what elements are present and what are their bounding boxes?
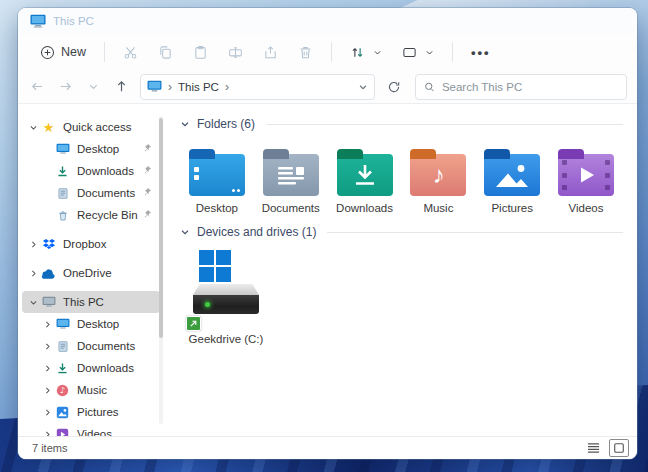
sidebar-scrollbar-thumb[interactable] (159, 118, 163, 338)
star-icon: ★ (40, 120, 57, 135)
folders-section-header[interactable]: Folders (6) (180, 114, 623, 134)
large-icons-view-button[interactable] (609, 439, 629, 457)
documents-folder-icon (263, 154, 319, 196)
new-button[interactable]: New (32, 40, 94, 65)
sidebar-item-videos[interactable]: Videos (22, 423, 160, 436)
folder-tile-pictures[interactable]: Pictures (475, 142, 549, 216)
sidebar-item-desktop-qa[interactable]: Desktop (22, 138, 160, 160)
address-dropdown-chevron-icon[interactable] (358, 82, 368, 92)
desktop-folder-marks (194, 167, 199, 172)
downloads-icon (54, 164, 71, 179)
hard-drive-front-face (193, 295, 259, 314)
file-explorer-window: This PC New (18, 8, 637, 459)
devices-section-title: Devices and drives (197, 225, 298, 239)
music-folder-icon: ♪ (410, 154, 466, 196)
sidebar-item-documents-qa[interactable]: Documents (22, 182, 160, 204)
breadcrumb-chevron[interactable]: › (167, 80, 173, 94)
chevron-right-icon[interactable] (40, 430, 54, 437)
chevron-right-icon[interactable] (40, 408, 54, 417)
chevron-right-icon[interactable] (40, 386, 54, 395)
new-button-label: New (61, 45, 86, 59)
content-pane: Folders (6) Desktop Documents (164, 104, 637, 436)
paste-button[interactable] (185, 40, 216, 65)
folders-section-title: Folders (197, 117, 237, 131)
view-icon (402, 45, 417, 60)
large-icons-view-icon (613, 442, 625, 454)
folder-tile-label: Music (423, 202, 453, 214)
sidebar-item-quick-access[interactable]: ★ Quick access (22, 116, 160, 138)
chevron-right-icon[interactable] (26, 240, 40, 249)
filmstrip-holes (605, 160, 610, 190)
sidebar-item-pictures[interactable]: Pictures (22, 401, 160, 423)
status-bar: 7 items (18, 436, 637, 459)
sidebar-item-documents[interactable]: Documents (22, 335, 160, 357)
rename-button[interactable] (220, 40, 251, 65)
sidebar-item-onedrive[interactable]: OneDrive (22, 262, 160, 284)
windows-logo-icon (199, 250, 231, 282)
sidebar-item-dropbox[interactable]: Dropbox (22, 233, 160, 255)
folder-tile-downloads[interactable]: Downloads (328, 142, 402, 216)
music-icon: ♪ (54, 383, 71, 398)
folder-tile-desktop[interactable]: Desktop (180, 142, 254, 216)
sidebar-item-downloads-qa[interactable]: Downloads (22, 160, 160, 182)
sidebar-item-music[interactable]: ♪ Music (22, 379, 160, 401)
recycle-bin-icon (54, 208, 71, 223)
chevron-down-icon[interactable] (26, 123, 40, 132)
chevron-right-icon[interactable] (40, 342, 54, 351)
chevron-right-icon[interactable] (40, 320, 54, 329)
chevron-down-icon[interactable] (180, 227, 190, 237)
titlebar[interactable]: This PC (18, 8, 637, 34)
drive-label: Geekdrive (C:) (189, 333, 264, 345)
delete-button[interactable] (290, 40, 321, 65)
devices-section-header[interactable]: Devices and drives (1) (180, 222, 623, 242)
window-title: This PC (53, 15, 94, 27)
pin-icon[interactable] (142, 143, 154, 155)
search-box[interactable] (415, 74, 627, 100)
chevron-right-icon[interactable] (26, 269, 40, 278)
folder-tile-label: Videos (569, 202, 604, 214)
copy-button[interactable] (150, 40, 181, 65)
onedrive-icon (40, 266, 57, 281)
view-button[interactable] (394, 40, 442, 65)
folder-tile-label: Downloads (336, 202, 393, 214)
sidebar-item-this-pc[interactable]: This PC (22, 291, 160, 313)
pin-icon[interactable] (142, 209, 154, 221)
chevron-down-icon[interactable] (180, 119, 190, 129)
back-button[interactable] (24, 74, 50, 100)
sidebar-scrollbar[interactable] (159, 116, 163, 424)
breadcrumb-chevron[interactable]: › (224, 80, 230, 94)
recent-locations-button[interactable] (80, 74, 106, 100)
address-bar[interactable]: › This PC › (140, 74, 375, 100)
sidebar-item-downloads[interactable]: Downloads (22, 357, 160, 379)
chevron-down-icon[interactable] (26, 298, 40, 307)
window-body: ★ Quick access Desktop Downloads Documen… (18, 104, 637, 436)
folders-grid: Desktop Documents Downloads ♪ (180, 142, 623, 216)
sidebar-item-recycle-bin[interactable]: Recycle Bin (22, 204, 160, 226)
command-toolbar: New ••• (18, 34, 637, 70)
navigation-pane: ★ Quick access Desktop Downloads Documen… (18, 104, 164, 436)
folder-tile-videos[interactable]: Videos (549, 142, 623, 216)
sort-button[interactable] (342, 40, 390, 65)
more-options-button[interactable]: ••• (463, 40, 499, 65)
sidebar-item-desktop[interactable]: Desktop (22, 313, 160, 335)
more-icon: ••• (471, 45, 491, 60)
drive-led-indicator (205, 302, 210, 307)
hard-drive-icon (193, 284, 259, 314)
search-input[interactable] (442, 81, 618, 93)
refresh-button[interactable] (381, 74, 407, 100)
breadcrumb-this-pc[interactable]: This PC (178, 81, 219, 93)
forward-button[interactable] (52, 74, 78, 100)
share-button[interactable] (255, 40, 286, 65)
folder-tile-documents[interactable]: Documents (254, 142, 328, 216)
folder-tile-label: Pictures (491, 202, 533, 214)
drive-tile-geekdrive[interactable]: Geekdrive (C:) (180, 250, 272, 345)
up-button[interactable] (108, 74, 134, 100)
details-view-button[interactable] (583, 439, 603, 457)
section-divider-line (266, 124, 623, 125)
pin-icon[interactable] (142, 187, 154, 199)
chevron-right-icon[interactable] (40, 364, 54, 373)
documents-icon (54, 186, 71, 201)
pin-icon[interactable] (142, 165, 154, 177)
folder-tile-music[interactable]: ♪ Music (401, 142, 475, 216)
cut-button[interactable] (115, 40, 146, 65)
